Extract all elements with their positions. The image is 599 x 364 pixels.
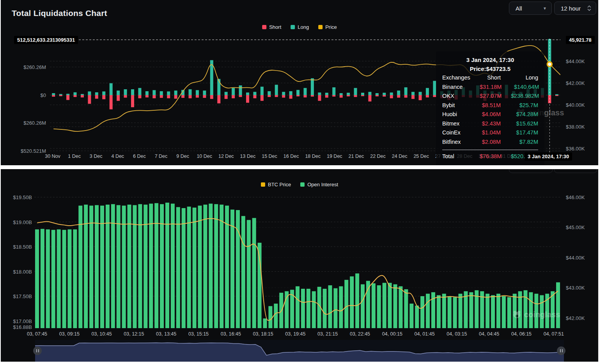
x-axis-label: 03, 15:15 [188,331,209,337]
y-axis-label: $44.00K [566,58,585,64]
legend-item-btc-price[interactable]: BTC Price [261,182,291,187]
navigator-handle-right[interactable] [557,346,565,355]
legend-label: Short [269,24,281,30]
liquidations-legend: ShortLongPrice [262,24,337,30]
y-axis-label: $16.88B [5,324,32,330]
x-axis-label: 04, 00:15 [382,331,402,337]
liquidations-svg [50,37,560,152]
x-axis-label: 04, 03:15 [447,331,467,337]
interval-dropdown-value: 12 hour [561,5,581,12]
x-axis-label: 31 Dec [500,154,516,159]
open-interest-bars [35,203,560,328]
legend-label: Price [325,24,337,30]
x-axis-label: 13 Dec [240,154,256,159]
btc-price-line [53,46,560,131]
x-axis-label: 03, 19:45 [285,331,305,337]
btc-price-swatch-icon [261,182,265,187]
y-axis-label: $17.50B [5,293,32,299]
x-axis-label: 04, 01:45 [415,331,435,337]
y-axis-label: $45.00K [566,224,585,230]
crosshair-right-value-chip: 45,921.78 [566,36,595,44]
x-axis-label: 6 Dec [133,154,146,159]
interval-dropdown[interactable]: 12 hour [554,2,596,15]
y-axis-label: $19.00B [5,219,32,225]
y-axis-label: $36.00K [566,146,585,152]
chart-navigator[interactable] [35,340,564,362]
x-axis-label: 15 Dec [262,154,277,159]
x-axis-label: 1 Dec [68,154,81,159]
price-swatch-icon [318,25,323,29]
x-axis-label: 3 Dec [90,154,103,159]
y-axis-label: $42.00K [566,80,585,86]
symbol-dropdown[interactable]: All ▼ [509,2,552,15]
x-axis-label: 18 Dec [305,154,321,159]
x-axis-label: 03, 16:45 [221,331,241,337]
legend-label: Long [298,24,309,30]
x-axis-label: 04, 07:51 [544,331,564,337]
y-axis-label: $42.00K [566,315,585,321]
legend-label: Open Interest [307,182,338,187]
y-axis-label: $43.00K [566,285,585,291]
x-axis-label: 25 Dec [413,154,429,159]
legend-item-price[interactable]: Price [318,24,337,30]
y-axis-label: $260.26M [10,120,46,126]
x-axis-label: 30 Dec [478,154,494,159]
x-axis-label: 9 Dec [176,154,189,159]
x-axis-label: 10 Dec [197,154,212,159]
navigator-handle-left[interactable] [33,346,42,355]
long-swatch-icon [291,25,295,29]
y-axis-label: $520.521M [10,148,46,154]
legend-item-long[interactable]: Long [291,24,309,30]
x-axis-label: 16 Dec [284,154,299,159]
legend-label: BTC Price [268,182,291,187]
y-axis-label: $46.00K [566,194,585,200]
clipped-dropdown-left[interactable] [509,169,553,173]
navigator-area [35,340,564,362]
x-axis-label: 7 Dec [155,154,168,159]
liquidation-bars [52,39,558,110]
liquidations-panel: Total Liquidations Chart All ▼ 12 hour S… [1,0,598,165]
legend-item-open-interest[interactable]: Open Interest [300,182,338,187]
x-axis-label: 04, 06:15 [511,331,532,337]
page-title: Total Liquidations Chart [12,9,107,18]
liquidations-chart-plot[interactable] [50,37,560,152]
open-interest-panel: BTC PriceOpen Interest $19.50B$19.00B$18… [1,169,598,362]
crosshair-left-value-chip: 512,512,633.2313095331 [14,36,78,44]
x-axis-label: 04, 04:45 [479,331,499,337]
x-axis-label: 03, 12:15 [124,331,144,337]
chevron-down-icon: ▼ [543,6,547,11]
open-interest-legend: BTC PriceOpen Interest [261,182,338,187]
x-axis-label: 03, 18:15 [253,331,273,337]
hover-price-marker [547,62,552,67]
x-axis-label: 19 Dec [327,154,342,159]
x-axis-label: 03, 22:45 [350,331,370,337]
x-axis-label: 03, 09:15 [59,331,80,337]
y-axis-label: $17.00B [5,318,32,324]
x-axis-label: 03, 07:45 [27,331,47,337]
x-axis-label: 21 Dec [349,154,364,159]
y-axis-label: $38.00K [566,124,585,130]
clipped-dropdown-right[interactable] [554,169,597,173]
x-axis-label: 27 Dec [435,154,451,159]
open-interest-svg [34,193,561,330]
x-axis-label: 30 Nov [45,154,60,159]
x-axis-label: 22 Dec [370,154,386,159]
y-axis-label: $0 [10,92,46,98]
legend-item-short[interactable]: Short [262,24,281,30]
tooltip-total-row: Total $76.38M $520.521M [442,152,538,161]
short-swatch-icon [262,25,266,29]
x-axis-label: 28 Dec [457,154,473,159]
y-axis-label: $260.26M [10,64,46,70]
open-interest-chart-plot[interactable] [34,193,561,330]
x-axis-label: 03, 10:45 [92,331,112,337]
y-axis-label: $44.00K [566,255,585,261]
x-axis-label: 24 Dec [392,154,408,159]
open-interest-swatch-icon [300,182,305,187]
x-axis-label: 03, 21:15 [317,331,338,337]
y-axis-label: $18.50B [5,244,32,250]
x-axis-label: 03, 13:45 [156,331,176,337]
y-axis-label: $18.00B [5,269,32,275]
x-axis-label: 12 Dec [218,154,234,159]
y-axis-label: $40.00K [566,102,585,108]
updown-arrows-icon [587,5,591,11]
